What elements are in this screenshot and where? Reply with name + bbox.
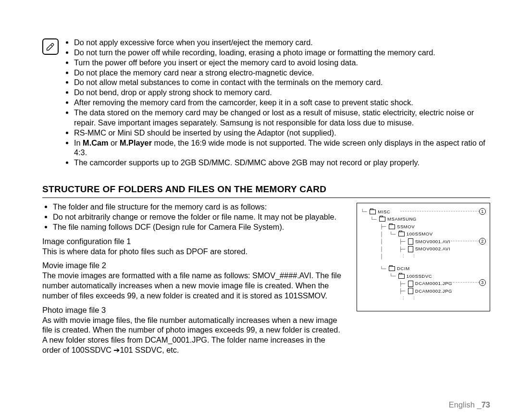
folder-icon: [389, 224, 395, 229]
subheading-image-config: Image configuration file 1: [42, 237, 345, 246]
body-movie-file: The movie images are formatted with a fi…: [42, 271, 345, 300]
folder-icon: [398, 274, 405, 279]
warning-item: RS-MMC or Mini SD should be inserted by …: [74, 128, 490, 138]
callout-leader: [448, 282, 479, 283]
intro-item: The file naming follows DCF (Design rule…: [53, 222, 345, 232]
tree-label: MISC: [378, 209, 390, 216]
pencil-icon: [46, 42, 55, 51]
folder-tree-diagram: 1 2 3 └─MISC └─MSAMSUNG ├─SSMOV │ └─100S…: [357, 203, 490, 311]
footer-language: English: [449, 400, 475, 409]
warning-item: After removing the memory card from the …: [74, 98, 490, 108]
warning-item: Do not bend, drop or apply strong shock …: [74, 87, 490, 98]
file-icon: [408, 238, 413, 245]
body-photo-file: As with movie image files, the file numb…: [42, 315, 345, 355]
footer-page-number: 73: [482, 400, 490, 409]
footer-sep: _: [477, 400, 481, 409]
warning-list: Do not apply excessive force when you in…: [63, 37, 490, 168]
section-title: STRUCTURE OF FOLDERS AND FILES ON THE ME…: [42, 184, 490, 198]
tree-label: 100SSMOV: [407, 231, 433, 238]
tree-label: SSMOV: [397, 223, 415, 231]
tree-label: 100SSDVC: [407, 273, 432, 280]
callout-leader: [400, 211, 479, 211]
subheading-movie-file: Movie image file 2: [42, 261, 345, 270]
folder-icon: [398, 232, 405, 236]
body-image-config: This is where data for photo files such …: [42, 247, 345, 257]
warning-item-bold: In M.Cam or M.Player mode, the 16:9 wide…: [74, 138, 490, 158]
page-footer: English _73: [449, 400, 490, 409]
vertical-dots: ⋮ ⋮: [400, 255, 417, 258]
tree-label: SMOV0002.AVI: [415, 246, 451, 253]
file-icon: [408, 246, 413, 252]
file-icon: [408, 288, 413, 294]
folder-icon: [389, 266, 395, 271]
warning-item: Do not place the memory card near a stro…: [74, 68, 490, 78]
folder-icon: [379, 217, 385, 222]
warning-item: Do not turn the power off while recordin…: [74, 48, 490, 58]
callout-leader: [448, 241, 479, 241]
intro-list: The folder and file structure for the me…: [42, 202, 345, 232]
note-icon: [42, 38, 59, 55]
subheading-photo-file: Photo image file 3: [42, 306, 345, 315]
intro-item: The folder and file structure for the me…: [53, 202, 345, 212]
tree-label: DCAM0001.JPG: [415, 280, 452, 287]
warning-item: The data stored on the memory card may b…: [74, 108, 490, 128]
folder-icon: [370, 210, 376, 214]
tree-label: DCAM0002.JPG: [415, 288, 452, 295]
warning-item: The camcorder supports up to 2GB SD/MMC.…: [74, 158, 490, 168]
tree-label: MSAMSUNG: [387, 216, 417, 223]
tree-label: SMOV0001.AVI: [415, 238, 451, 246]
warning-item: Do not apply excessive force when you in…: [74, 37, 490, 48]
warning-item: Turn the power off before you insert or …: [74, 58, 490, 68]
tree-label: DCIM: [397, 265, 410, 272]
file-icon: [408, 281, 413, 287]
vertical-dots: ⋮ ⋮: [400, 297, 417, 300]
warning-item: Do not allow metal substances to come in…: [74, 77, 490, 87]
intro-item: Do not arbitrarily change or remove the …: [53, 212, 345, 222]
warning-note: Do not apply excessive force when you in…: [42, 37, 490, 168]
